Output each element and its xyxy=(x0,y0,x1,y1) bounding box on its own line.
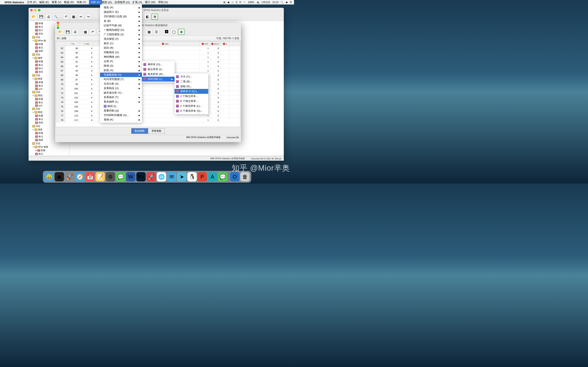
zoom-button[interactable] xyxy=(38,9,40,11)
cell[interactable]: 67 xyxy=(56,68,65,73)
dock-safari-icon[interactable]: 🧭 xyxy=(75,172,85,182)
fwd-icon[interactable]: ↪ xyxy=(85,14,91,20)
target-icon[interactable]: ⊕ xyxy=(151,14,158,20)
cell[interactable]: 0 xyxy=(210,46,220,50)
close-button[interactable] xyxy=(57,22,59,24)
cell[interactable] xyxy=(220,104,229,109)
menu-item[interactable]: 质量控制 (Q)▶ xyxy=(100,108,142,113)
battery-icon[interactable]: 🔌 xyxy=(256,1,259,4)
cell[interactable] xyxy=(220,73,229,77)
cell[interactable]: 0 xyxy=(210,91,220,95)
dock-chat-icon[interactable]: 💬 xyxy=(218,172,227,182)
cell[interactable]: 0 xyxy=(210,64,220,68)
cell[interactable]: 78 xyxy=(56,118,65,122)
dock-siri-icon[interactable]: ◉ xyxy=(55,172,64,182)
cell[interactable]: 4 xyxy=(79,50,94,55)
back-icon[interactable]: ↩ xyxy=(78,14,84,20)
cell[interactable]: 4 xyxy=(79,113,94,118)
cell[interactable]: 63 xyxy=(56,50,65,55)
viewer-titlebar[interactable]: SPSS Statistics 查看器 xyxy=(29,8,284,13)
save-icon[interactable]: 💾 xyxy=(65,29,71,35)
print-icon[interactable]: 🖨 xyxy=(72,29,78,35)
table-row[interactable]: 6490410 xyxy=(56,55,240,59)
cell[interactable] xyxy=(220,113,229,118)
weight-icon[interactable]: ◯ xyxy=(171,29,177,35)
dock-notes-icon[interactable]: 📝 xyxy=(95,172,105,182)
close-button[interactable] xyxy=(30,9,33,11)
cell[interactable]: 4 xyxy=(79,82,94,86)
dock-settings-icon[interactable]: ⚙ xyxy=(106,172,115,182)
label-icon[interactable]: 🅰 xyxy=(163,29,170,35)
cell[interactable]: 0 xyxy=(210,68,220,73)
menu-item[interactable]: 刻度 (A)▶ xyxy=(100,68,142,73)
cell[interactable]: 101 xyxy=(65,91,79,95)
app-name[interactable]: SPSS Statistics xyxy=(4,1,24,4)
cell[interactable] xyxy=(220,91,229,95)
tab-data-view[interactable]: 数据视图 xyxy=(131,128,148,134)
cell[interactable]: 4 xyxy=(79,95,94,100)
dock-chrome-icon[interactable]: 🌐 xyxy=(157,172,166,182)
dock-powerpoint-icon[interactable]: P xyxy=(198,172,207,182)
table-row[interactable]: 6288410 xyxy=(56,46,240,50)
cell[interactable] xyxy=(220,100,229,104)
table-row[interactable]: 7099410 xyxy=(56,82,240,86)
cell[interactable]: 0 xyxy=(210,55,220,59)
cell[interactable]: 76 xyxy=(56,109,65,113)
cell[interactable] xyxy=(220,109,229,113)
open-icon[interactable]: 📂 xyxy=(31,14,37,20)
print-icon[interactable]: 🖨 xyxy=(45,14,52,20)
cell[interactable]: 0 xyxy=(210,100,220,104)
menu-item[interactable]: 相关样本 (R)... xyxy=(142,72,174,77)
menu-item[interactable]: 时间序列预测 (T)▶ xyxy=(100,77,142,82)
menu-window[interactable]: 窗口 (W) xyxy=(145,0,155,4)
cell[interactable]: 64 xyxy=(56,55,65,59)
time[interactable]: 23:10 xyxy=(272,1,278,4)
siri-icon[interactable]: ◉ xyxy=(286,1,288,4)
menu-transform[interactable]: 转换 (T) xyxy=(77,0,86,4)
cell[interactable]: 75 xyxy=(56,104,65,109)
cell[interactable]: 1 xyxy=(200,68,210,73)
cell[interactable]: 93 xyxy=(65,68,79,73)
menu-extensions[interactable]: 扩展 (X) xyxy=(132,0,142,4)
battery-pct[interactable]: 100% xyxy=(248,1,254,4)
dock-launchpad-icon[interactable]: 🚀 xyxy=(65,172,74,182)
cell[interactable]: 4 xyxy=(79,55,94,59)
table-row[interactable]: 78111411984110 xyxy=(56,118,240,122)
table-row[interactable]: 74104421951110 xyxy=(56,100,240,104)
cell[interactable] xyxy=(220,68,229,73)
cell[interactable]: 111 xyxy=(65,118,79,122)
dock-appstore-icon[interactable]: A xyxy=(208,172,217,182)
cell[interactable]: 1 xyxy=(200,118,210,122)
table-row[interactable]: 73102410 xyxy=(56,95,240,100)
menu-item[interactable]: 空间和时间建模 (S)...▶ xyxy=(100,113,142,117)
menu-item[interactable]: 一般线性模型 (G)▶ xyxy=(100,28,142,32)
cell[interactable]: 4 xyxy=(79,73,94,77)
cell[interactable] xyxy=(220,46,229,50)
menu-item[interactable]: 二项 (B)... xyxy=(174,79,208,84)
menu-item[interactable]: K 个相关样本 (S)... xyxy=(174,108,208,113)
cell[interactable] xyxy=(220,95,229,100)
menu-utilities[interactable]: 实用程序 (U) xyxy=(114,0,130,4)
column-header[interactable] xyxy=(56,42,65,46)
menu-item[interactable]: 描述统计 (E)▶ xyxy=(100,10,142,14)
menu-item[interactable]: 缺失值分析 (Y)... xyxy=(100,91,142,95)
cell[interactable]: 96 xyxy=(65,73,79,77)
dock-finder-icon[interactable]: 😀 xyxy=(44,172,54,182)
minimize-button[interactable] xyxy=(34,9,36,11)
cell[interactable]: 88 xyxy=(65,46,79,50)
cell[interactable]: 100 xyxy=(65,86,79,91)
outline-node[interactable]: ➡标题 xyxy=(29,149,68,152)
cell[interactable]: 99 xyxy=(65,82,79,86)
spotlight-icon[interactable]: 🔍 xyxy=(281,1,284,4)
menu-item[interactable]: 对数线性 (O)▶ xyxy=(100,50,142,55)
select-icon[interactable]: ◧ xyxy=(144,14,151,20)
cell[interactable]: 4 xyxy=(79,46,94,50)
cell[interactable]: 104 xyxy=(65,100,79,104)
cell[interactable] xyxy=(220,82,229,86)
menu-item[interactable]: 直销 (K)▶ xyxy=(100,117,142,122)
cell[interactable]: 97 xyxy=(65,77,79,82)
cell[interactable]: 0 xyxy=(210,86,220,91)
cell[interactable]: 0 xyxy=(210,118,220,122)
status-icon[interactable]: 🀄︎ xyxy=(232,1,233,4)
goto-icon[interactable]: ▦ xyxy=(70,14,77,20)
